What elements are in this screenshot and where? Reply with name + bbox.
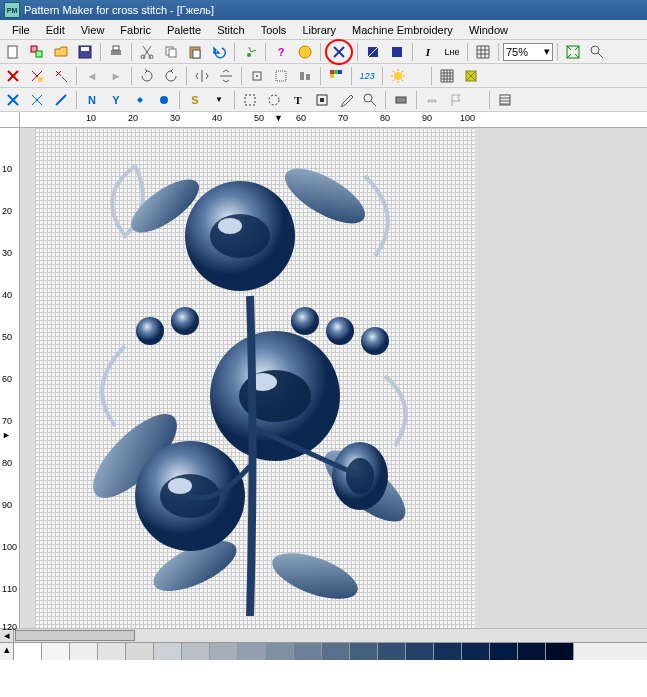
n-tool-button[interactable]: N (81, 90, 103, 110)
about-button[interactable] (294, 42, 316, 62)
numbers-button[interactable]: 123 (356, 66, 378, 86)
cut-button[interactable] (136, 42, 158, 62)
menu-palette[interactable]: Palette (159, 22, 209, 38)
sel-delete-button[interactable] (50, 66, 72, 86)
fit-button[interactable] (562, 42, 584, 62)
pattern-grid[interactable] (35, 128, 475, 628)
flip-v-button[interactable] (215, 66, 237, 86)
menu-library[interactable]: Library (294, 22, 344, 38)
edit-button[interactable] (311, 90, 333, 110)
save-button[interactable] (74, 42, 96, 62)
menu-machine-embroidery[interactable]: Machine Embroidery (344, 22, 461, 38)
swatch-2[interactable] (42, 643, 70, 660)
swatch-15[interactable] (406, 643, 434, 660)
help-button[interactable]: ? (270, 42, 292, 62)
text-button[interactable]: T (287, 90, 309, 110)
print-button[interactable] (105, 42, 127, 62)
swatch-7[interactable] (182, 643, 210, 660)
delete-x-button[interactable] (2, 66, 24, 86)
h-scrollbar[interactable]: ◂ (0, 628, 647, 642)
swatch-9[interactable] (238, 643, 266, 660)
new-button[interactable] (2, 42, 24, 62)
circle-button[interactable] (153, 90, 175, 110)
zoom-select[interactable]: 75%▾ (503, 43, 553, 61)
undo-button[interactable] (208, 42, 230, 62)
swatch-19[interactable] (518, 643, 546, 660)
half-stitch-button[interactable] (362, 42, 384, 62)
swatch-6[interactable] (154, 643, 182, 660)
block-fill-button[interactable] (386, 42, 408, 62)
menu-tools[interactable]: Tools (253, 22, 295, 38)
ruler-h-20: 20 (128, 113, 138, 123)
swatch-17[interactable] (462, 643, 490, 660)
palette-button[interactable] (325, 66, 347, 86)
delete-stitch-button[interactable] (26, 66, 48, 86)
next-button[interactable]: ► (105, 66, 127, 86)
rotate-cw-button[interactable] (136, 66, 158, 86)
palette-up-button[interactable]: ▴ (0, 643, 14, 660)
center-button[interactable] (246, 66, 268, 86)
x-half-button[interactable] (26, 90, 48, 110)
ruler-button[interactable] (421, 90, 443, 110)
scroll-thumb[interactable] (15, 630, 135, 641)
ruler-vertical: 10 20 30 40 50 60 70 80 90 100 110 120 ► (0, 128, 20, 628)
svg-point-57 (168, 478, 192, 494)
sel-rect-button[interactable] (239, 90, 261, 110)
grid3-button[interactable] (494, 90, 516, 110)
x-full-button[interactable] (2, 90, 24, 110)
redo-button[interactable] (239, 42, 261, 62)
back-stitch-button[interactable] (50, 90, 72, 110)
grid-options-button[interactable] (270, 66, 292, 86)
highlight-button[interactable] (387, 66, 409, 86)
grid2-button[interactable] (436, 66, 458, 86)
italic-button[interactable]: I (417, 42, 439, 62)
grid-button[interactable] (472, 42, 494, 62)
swatch-12[interactable] (322, 643, 350, 660)
sel-circle-button[interactable] (263, 90, 285, 110)
align-button[interactable] (294, 66, 316, 86)
cross-stitch-button[interactable] (328, 42, 350, 62)
flag-button[interactable] (445, 90, 467, 110)
swatch-13[interactable] (350, 643, 378, 660)
ruler-h-60: 60 (296, 113, 306, 123)
cross-stitch-pattern[interactable] (75, 146, 425, 616)
svg-rect-12 (193, 50, 200, 58)
canvas[interactable] (20, 128, 647, 628)
paste-button[interactable] (184, 42, 206, 62)
palette2-button[interactable] (390, 90, 412, 110)
flip-h-button[interactable] (191, 66, 213, 86)
dot-button[interactable] (129, 90, 151, 110)
menu-edit[interactable]: Edit (38, 22, 73, 38)
open-button[interactable] (50, 42, 72, 62)
swatch-20[interactable] (546, 643, 574, 660)
swatch-14[interactable] (378, 643, 406, 660)
copy-special-button[interactable] (26, 42, 48, 62)
s-dropdown-button[interactable]: ▼ (208, 90, 230, 110)
pick-button[interactable] (335, 90, 357, 110)
prev-button[interactable]: ◄ (81, 66, 103, 86)
rotate-ccw-button[interactable] (160, 66, 182, 86)
swatch-10[interactable] (266, 643, 294, 660)
zoom-button[interactable] (359, 90, 381, 110)
svg-rect-10 (169, 49, 176, 57)
s-tool-button[interactable]: S (184, 90, 206, 110)
menu-file[interactable]: File (4, 22, 38, 38)
swatch-8[interactable] (210, 643, 238, 660)
swatch-18[interactable] (490, 643, 518, 660)
menu-window[interactable]: Window (461, 22, 516, 38)
menu-fabric[interactable]: Fabric (112, 22, 159, 38)
shade-button[interactable] (460, 66, 482, 86)
swatch-1[interactable] (14, 643, 42, 660)
line-style-button[interactable]: Lне (441, 42, 463, 62)
swatch-16[interactable] (434, 643, 462, 660)
svg-rect-25 (330, 70, 334, 74)
menu-view[interactable]: View (73, 22, 113, 38)
swatch-11[interactable] (294, 643, 322, 660)
swatch-5[interactable] (126, 643, 154, 660)
y-tool-button[interactable]: Y (105, 90, 127, 110)
swatch-3[interactable] (70, 643, 98, 660)
copy-button[interactable] (160, 42, 182, 62)
zoom-tool-button[interactable] (586, 42, 608, 62)
menu-stitch[interactable]: Stitch (209, 22, 253, 38)
swatch-4[interactable] (98, 643, 126, 660)
